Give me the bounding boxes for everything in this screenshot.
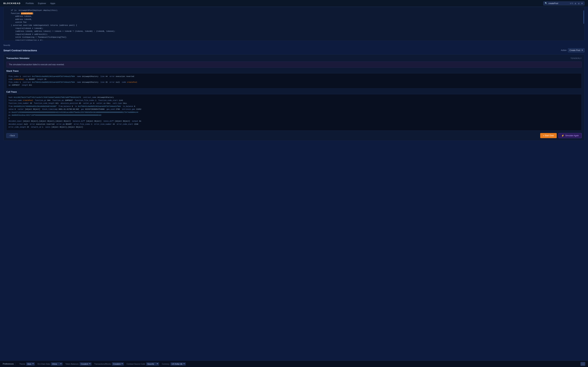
start-over-button[interactable]: « Start Over (540, 133, 557, 138)
action-group: Action Create PoolOther (561, 48, 585, 52)
txblocks-setting: Transactions/Blocks CovalentOther (94, 362, 124, 366)
call-trace-title: Call Trace (6, 91, 582, 93)
buttons-row: ‹ Back « Start Over ⚡ Simulate Again (6, 133, 582, 138)
call-trace-section: Call Trace hash 0x1c8927be2477a3f74517ca… (6, 91, 582, 131)
simulator-title: Transaction Simulator (6, 57, 30, 59)
tenderly-label: TENDERLY (571, 57, 582, 59)
code-line: address tokenB, (6, 18, 582, 21)
code-line: (address token0, address token1) = token… (6, 30, 582, 33)
section-title: Smart Contract Interactions (3, 49, 37, 52)
main-content: if (u UniswapV3PoolDeployer.deploy(this)… (0, 7, 588, 360)
trace-line: op JUMPDEST length 821 (9, 84, 579, 87)
search-bar[interactable]: 🔍 createPool 1/1 ∧ ∨ ✕ (543, 1, 585, 5)
search-prev-button[interactable]: ∧ (574, 2, 577, 5)
currency-setting: Currency US Dollar ($)EUR (€) (162, 362, 186, 366)
highlighted-function: createPool (21, 12, 33, 14)
onchain-label: On-Chain Data (37, 363, 50, 365)
bottom-bar: Preferences Theme AutoLightDark On-Chain… (0, 360, 588, 367)
simulate-icon: ⚡ (561, 134, 564, 137)
txblocks-label: Transactions/Blocks (94, 363, 111, 365)
simulate-again-button[interactable]: ⚡ Simulate Again (558, 133, 582, 138)
nav-explorer[interactable]: Explorer (38, 2, 46, 5)
call-trace-line: value 0 caller [object Object] block_tim… (9, 108, 579, 111)
call-trace-line: t (9, 117, 579, 120)
code-scrollbar[interactable] (583, 10, 584, 24)
token-label: Token Balances (65, 363, 79, 365)
preferences-link[interactable]: Preferences (3, 363, 15, 365)
token-select[interactable]: CovalentOther (80, 362, 92, 366)
action-label: Action (561, 49, 567, 51)
currency-label: Currency (162, 363, 169, 365)
code-line: require(tokenA ≠ tokenB); (6, 27, 582, 30)
search-next-button[interactable]: ∨ (578, 2, 580, 5)
token-setting: Token Balances CovalentOther (65, 362, 92, 366)
trace-line: file_index 1 contract 0x1f98431c8ad98523… (9, 81, 579, 84)
call-trace-line: pu da98b954eedeac495271d0f00000000000000… (9, 114, 579, 117)
section-header: Smart Contract Interactions Action Creat… (3, 48, 585, 52)
call-trace-line: decoded_output null error execution reve… (9, 123, 579, 126)
currency-select[interactable]: US Dollar ($)EUR (€) (171, 362, 186, 366)
call-trace-line: decoded_input [object Object],[object Ob… (9, 120, 579, 123)
code-line: int24 tickSpacing = feeAmountTickSpacing… (6, 36, 582, 39)
sourcify-link[interactable]: Sourcify (3, 43, 585, 47)
call-trace-line: from 0xb36d512417404b04e053c50ce0d9d26d9… (9, 105, 579, 108)
call-trace-line: error_code_length 25 network_id 1 calls … (9, 126, 579, 129)
search-input[interactable]: createPool (548, 2, 569, 5)
nav-links: Portfolio Explorer Apps (26, 2, 55, 5)
source-select[interactable]: SourcifyEtherscan (146, 362, 159, 366)
code-line: function createPool( (6, 12, 582, 15)
code-line: uint24 fee (6, 21, 582, 24)
code-line: require(tickSpacing ≠ 0); (6, 39, 582, 41)
source-setting: Contract Source Code SourcifyEtherscan (127, 362, 159, 366)
theme-select[interactable]: AutoLightDark (26, 362, 35, 366)
simulate-label: Simulate Again (565, 134, 579, 137)
error-message: The simulated transaction failed to exec… (6, 61, 582, 68)
code-line: require(token0 ≠ address(0)); (6, 33, 582, 36)
nav-portfolio[interactable]: Portfolio (26, 2, 34, 5)
stack-trace-section: Stack Trace file_index 1 contract 0x1f98… (6, 70, 582, 89)
simulator-header: Transaction Simulator TENDERLY (6, 57, 582, 59)
trace-line: code createPool op REVERT length 25 (9, 78, 579, 81)
code-block: if (u UniswapV3PoolDeployer.deploy(this)… (3, 7, 585, 41)
app-logo: BLOCKHEAD (3, 2, 21, 5)
code-line: address tokenA, (6, 15, 582, 18)
onchain-select[interactable]: InfuraAlchemy (51, 362, 63, 366)
search-close-button[interactable]: ✕ (581, 2, 583, 5)
call-trace-line: function_line_number 35 function_code_le… (9, 102, 579, 105)
theme-label: Theme (19, 363, 25, 365)
code-line: ) external override noDelegateCall retur… (6, 24, 582, 27)
source-label: Contract Source Code (127, 363, 145, 365)
more-options-button[interactable]: ··· (580, 362, 585, 366)
call-trace-line: in 0xa1671295000000000000000000000000000… (9, 111, 579, 114)
trace-line: file_index 1 contract 0x1f98431c8ad98523… (9, 75, 579, 78)
search-counter: 1/1 (570, 2, 573, 4)
onchain-setting: On-Chain Data InfuraAlchemy (37, 362, 63, 366)
txblocks-select[interactable]: CovalentOther (112, 362, 124, 366)
call-trace-content: hash 0x1c8927be2477a3f74517cacb47c763672… (6, 94, 582, 131)
back-button[interactable]: ‹ Back (6, 133, 18, 138)
search-icon: 🔍 (545, 2, 547, 5)
call-trace-line: function_name createPool function_pc 944… (9, 99, 579, 102)
stack-trace-title: Stack Trace (6, 70, 582, 72)
simulator-panel: Transaction Simulator TENDERLY The simul… (3, 54, 585, 141)
stack-trace-content: file_index 1 contract 0x1f98431c8ad98523… (6, 73, 582, 89)
nav-apps[interactable]: Apps (50, 2, 55, 5)
action-select[interactable]: Create PoolOther (568, 48, 585, 52)
code-line: if (u UniswapV3PoolDeployer.deploy(this)… (6, 9, 582, 12)
theme-setting: Theme AutoLightDark (19, 362, 35, 366)
top-nav: BLOCKHEAD Portfolio Explorer Apps 🔍 crea… (0, 0, 588, 7)
call-trace-line: hash 0x1c8927be2477a3f74517cacb47c763672… (9, 96, 579, 99)
